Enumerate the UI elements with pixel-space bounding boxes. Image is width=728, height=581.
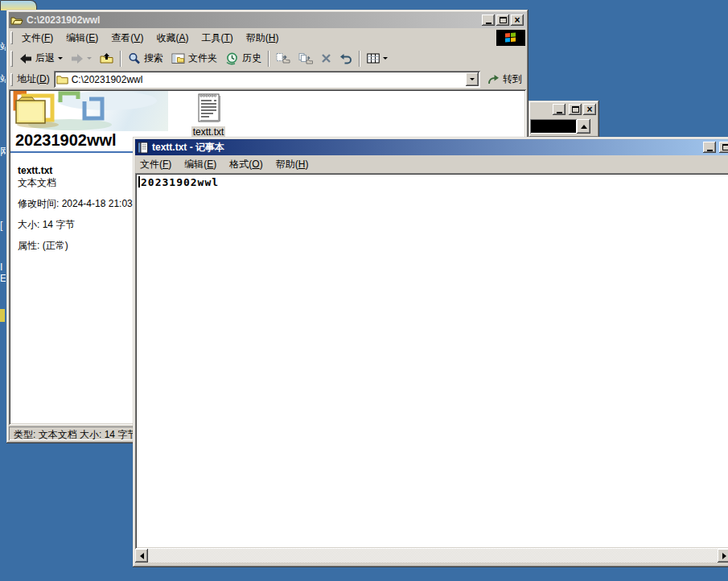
toolbar-grip[interactable]: [10, 31, 13, 44]
close-icon: ×: [586, 105, 592, 113]
windows-logo-throbber: [496, 30, 525, 46]
views-grid-icon: [367, 53, 380, 64]
selected-file-modified: 修改时间: 2024-4-18 21:03: [18, 198, 138, 210]
menu-tools[interactable]: 工具(T): [195, 29, 239, 47]
up-arrow-icon: [581, 125, 587, 129]
folders-button[interactable]: 文件夹: [167, 49, 221, 68]
minimize-button[interactable]: [553, 104, 566, 115]
notepad-icon: [137, 142, 149, 154]
forward-dropdown-icon[interactable]: [87, 57, 92, 60]
file-item-textt[interactable]: textt.txt: [179, 91, 237, 138]
toolbar-separator: [268, 51, 269, 67]
webview-folder-title: 20231902wwl: [15, 131, 117, 150]
forward-arrow-icon: [71, 53, 84, 64]
explorer-toolbar: 后退 搜索 文件夹: [9, 47, 526, 69]
desktop-icon-label-fragment: [: [0, 220, 6, 231]
selected-file-size: 大小: 14 字节: [18, 219, 138, 231]
scroll-left-button[interactable]: [135, 549, 148, 562]
dropdown-icon: [470, 78, 475, 80]
history-clock-icon: [225, 52, 239, 65]
menu-edit[interactable]: 编辑(E): [60, 29, 105, 47]
explorer-titlebar[interactable]: C:\20231902wwl ×: [9, 12, 526, 28]
menu-file[interactable]: 文件(F): [15, 29, 60, 47]
horizontal-scrollbar[interactable]: [135, 549, 728, 562]
move-to-button[interactable]: [272, 50, 294, 67]
maximize-icon: [722, 144, 728, 150]
up-button[interactable]: [96, 50, 117, 67]
toolbar-separator: [359, 51, 360, 67]
maximize-button[interactable]: [496, 14, 509, 26]
undo-button[interactable]: [335, 51, 356, 67]
address-label: 地址(D): [17, 72, 50, 86]
copy-to-icon: [298, 52, 313, 64]
views-dropdown-icon[interactable]: [383, 57, 388, 60]
back-button[interactable]: 后退: [15, 49, 67, 68]
maximize-icon: [500, 17, 507, 23]
explorer-menubar: 文件(F) 编辑(E) 查看(V) 收藏(A) 工具(T) 帮助(H): [9, 29, 526, 47]
explorer-addressbar: 地址(D) C:\20231902wwl 转到: [9, 70, 526, 89]
go-button[interactable]: 转到: [483, 70, 526, 89]
address-value: C:\20231902wwl: [72, 74, 143, 85]
maximize-button[interactable]: [569, 104, 582, 115]
copy-to-button[interactable]: [294, 50, 317, 67]
go-arrow-icon: [487, 74, 500, 85]
throbber-box: [530, 119, 577, 134]
toolbar-grip[interactable]: [10, 51, 13, 67]
desktop-icon-fragment[interactable]: [0, 309, 5, 322]
background-window-fragment: ×: [529, 101, 599, 138]
desktop-icon-label-fragment: 站: [0, 72, 6, 86]
menu-help[interactable]: 帮助(H): [240, 29, 286, 47]
notepad-content: 20231902wwl: [141, 176, 219, 188]
delete-x-icon: [321, 53, 331, 64]
webview-banner: [10, 91, 168, 131]
text-caret: [138, 176, 140, 187]
address-dropdown-button[interactable]: [466, 72, 479, 86]
menu-view[interactable]: 查看(V): [105, 29, 150, 47]
close-button[interactable]: ×: [511, 14, 524, 26]
menu-edit[interactable]: 编辑(E): [178, 155, 223, 174]
up-folder-icon: [100, 52, 113, 64]
status-text: 类型: 文本文档 大小: 14 字节: [14, 429, 137, 440]
file-item-label: textt.txt: [191, 126, 226, 138]
scroll-up-button[interactable]: [577, 119, 590, 134]
maximize-button[interactable]: [719, 142, 728, 153]
search-button[interactable]: 搜索: [124, 49, 167, 68]
menu-format[interactable]: 格式(O): [223, 155, 269, 174]
folder-banner-art: [10, 91, 168, 131]
selected-file-type: 文本文档: [18, 177, 138, 189]
undo-icon: [339, 53, 352, 64]
views-button[interactable]: [363, 51, 392, 66]
notepad-text-area[interactable]: 20231902wwl: [135, 173, 728, 549]
close-icon: ×: [514, 16, 520, 24]
explorer-window-title: C:\20231902wwl: [27, 14, 100, 26]
open-folder-icon: [10, 15, 23, 26]
windows-flag-icon: [505, 33, 516, 43]
minimize-icon: [486, 23, 492, 24]
minimize-button[interactable]: [482, 14, 495, 26]
move-to-icon: [276, 52, 290, 64]
menu-help[interactable]: 帮助(H): [269, 155, 315, 174]
toolbar-separator: [120, 51, 121, 67]
menu-file[interactable]: 文件(F): [135, 155, 178, 174]
menu-favorites[interactable]: 收藏(A): [150, 29, 195, 47]
scroll-right-button[interactable]: [718, 549, 728, 562]
address-input[interactable]: C:\20231902wwl: [54, 71, 480, 88]
folder-icon: [56, 75, 68, 84]
desktop-icon-label-fragment: I: [0, 262, 6, 273]
back-dropdown-icon[interactable]: [58, 57, 63, 60]
forward-button[interactable]: [67, 51, 96, 67]
delete-button[interactable]: [317, 51, 335, 66]
desktop-icon-label-fragment: 站: [0, 40, 6, 54]
close-button[interactable]: ×: [583, 104, 596, 115]
history-button[interactable]: 历史: [221, 49, 265, 68]
desktop-icon-label-fragment: E: [0, 273, 6, 284]
desktop: { "colors": { "desktop": "#3A6EA5", "win…: [0, 0, 728, 581]
maximize-icon: [572, 106, 579, 113]
minimize-icon: [557, 112, 562, 113]
notepad-menubar: 文件(F) 编辑(E) 格式(O) 帮助(H): [135, 156, 728, 173]
minimize-button[interactable]: [703, 142, 716, 153]
scrollbar-track[interactable]: [148, 549, 718, 562]
notepad-window-title: textt.txt - 记事本: [152, 141, 224, 155]
toolbar-grip[interactable]: [10, 73, 13, 86]
notepad-titlebar[interactable]: textt.txt - 记事本 ×: [135, 139, 728, 155]
